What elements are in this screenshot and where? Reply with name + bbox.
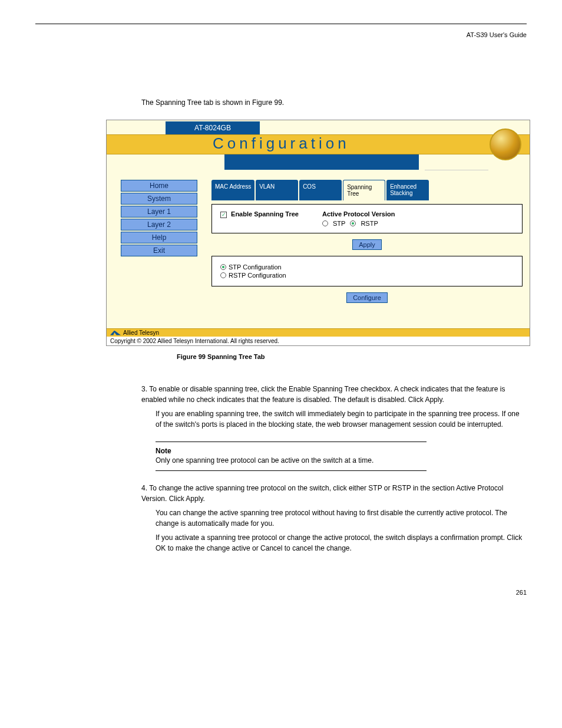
apply-button[interactable]: Apply	[352, 239, 382, 250]
screenshot-container: AT-8024GB Configuration Home System Laye…	[106, 120, 530, 346]
intro-text: The Spanning Tree tab is shown in Figure…	[141, 97, 527, 108]
page-title: Configuration	[213, 134, 350, 153]
protocol-group: Active Protocol Version STP RSTP	[322, 210, 395, 227]
enable-panel: ✓ Enable Spanning Tree Active Protocol V…	[211, 204, 523, 233]
screenshot-body: Home System Layer 1 Layer 2 Help Exit MA…	[107, 170, 530, 328]
screenshot-footer: Allied Telesyn	[107, 328, 530, 337]
stp-label: STP	[333, 220, 345, 227]
tab-mac-address[interactable]: MAC Address	[211, 180, 254, 200]
step3-sub: If you are enabling spanning tree, the s…	[156, 409, 527, 430]
step4-text: 4. To change the active spanning tree pr…	[141, 483, 527, 504]
nav-layer2[interactable]: Layer 2	[121, 219, 197, 230]
config-panel: STP Configuration RSTP Configuration	[211, 256, 523, 286]
rstp-config-label: RSTP Configuration	[229, 272, 286, 279]
rstp-config-radio[interactable]	[220, 272, 226, 278]
tab-enhanced-stacking[interactable]: Enhanced Stacking	[386, 180, 429, 200]
step3-text: 3. To enable or disable spanning tree, c…	[141, 384, 527, 405]
nav-home[interactable]: Home	[121, 180, 197, 192]
page-header: AT-S39 User's Guide	[35, 24, 527, 38]
divider-line	[425, 170, 488, 170]
content-column: MAC Address VLAN COS Spanning Tree Enhan…	[197, 180, 523, 328]
note-text: Only one spanning tree protocol can be a…	[156, 455, 427, 466]
nav-layer1[interactable]: Layer 1	[121, 206, 197, 218]
globe-icon	[490, 129, 521, 160]
footer-logo-text: Allied Telesyn	[123, 330, 159, 336]
rstp-radio[interactable]	[350, 220, 356, 226]
note-title: Note	[156, 447, 427, 455]
device-label: AT-8024GB	[166, 121, 260, 134]
copyright-text: Copyright © 2002 Allied Telesyn Internat…	[107, 337, 530, 345]
enable-label: Enable Spanning Tree	[231, 210, 299, 218]
nav-exit[interactable]: Exit	[121, 245, 197, 256]
tabs-row: MAC Address VLAN COS Spanning Tree Enhan…	[211, 180, 523, 200]
configure-button[interactable]: Configure	[346, 292, 388, 303]
logo-icon	[110, 331, 121, 335]
stp-radio[interactable]	[322, 220, 328, 226]
nav-sidebar: Home System Layer 1 Layer 2 Help Exit	[121, 180, 197, 328]
tab-spanning-tree[interactable]: Spanning Tree	[343, 180, 385, 200]
tab-cos[interactable]: COS	[299, 180, 342, 200]
active-protocol-label: Active Protocol Version	[322, 210, 395, 218]
subtitle-bar	[224, 154, 419, 170]
stp-config-label: STP Configuration	[229, 263, 282, 271]
enable-checkbox[interactable]: ✓	[220, 212, 227, 218]
nav-help[interactable]: Help	[121, 232, 197, 243]
note-rule-top	[156, 442, 427, 442]
enable-group: ✓ Enable Spanning Tree	[220, 210, 299, 227]
figure-caption: Figure 99 Spanning Tree Tab	[177, 353, 527, 360]
note-rule-bottom	[156, 470, 427, 471]
page-number: 261	[35, 589, 527, 596]
rstp-label: RSTP	[361, 220, 378, 227]
header-right: AT-S39 User's Guide	[467, 31, 527, 38]
nav-system[interactable]: System	[121, 193, 197, 205]
step4-sub2: If you activate a spanning tree protocol…	[156, 532, 527, 554]
tab-vlan[interactable]: VLAN	[256, 180, 298, 200]
step4-sub1: You can change the active spanning tree …	[156, 508, 527, 529]
screenshot-header-area: AT-8024GB Configuration	[107, 120, 530, 170]
note-block: Note Only one spanning tree protocol can…	[156, 442, 427, 471]
stp-config-radio[interactable]	[220, 264, 226, 270]
